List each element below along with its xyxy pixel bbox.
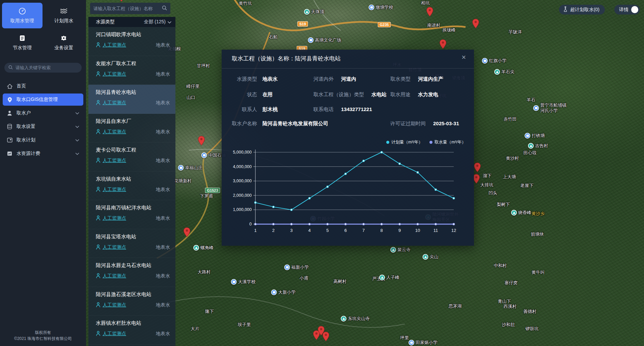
map-pin-icon[interactable] <box>118 0 125 2</box>
map-poi-label[interactable]: 福新小学 <box>284 265 309 270</box>
station-list-item[interactable]: 河口镇唱歌潭水电站人工监测点地表水 <box>88 27 175 56</box>
detail-field: 水源类型地表水 <box>222 76 278 82</box>
poi-marker-icon[interactable] <box>511 210 517 216</box>
close-icon[interactable]: × <box>461 54 466 61</box>
poi-marker-icon[interactable] <box>201 153 207 158</box>
map-label-text: 羊石 <box>527 97 535 103</box>
sidebar-item-4[interactable]: 取水设置 <box>3 121 83 133</box>
station-list-item[interactable]: 水唇镇水栏肚水电站人工监测点地表水 <box>88 316 175 345</box>
sidebar-item-6[interactable]: 水资源计费 <box>3 148 83 160</box>
station-list-item[interactable]: 陆河县青砼水电站人工监测点地表水 <box>88 85 175 114</box>
manual-monitor-link[interactable]: 人工监测点 <box>96 244 126 250</box>
map-poi-label[interactable]: 吉告村 <box>528 143 548 149</box>
water-type-label: 地表水 <box>156 158 170 164</box>
manual-monitor-link[interactable]: 人工监测点 <box>96 42 126 48</box>
map-poi-label[interactable]: 尖山 <box>423 254 439 260</box>
map-poi-label[interactable]: 羊石尖 <box>494 69 514 75</box>
station-list-item[interactable]: 友能水厂取水工程人工监测点地表水 <box>88 56 175 85</box>
map-pin-icon[interactable] <box>472 19 479 29</box>
sidebar-search-input[interactable] <box>16 65 78 70</box>
map-pin-icon[interactable] <box>198 136 205 146</box>
manual-monitor-link[interactable]: 人工监测点 <box>96 187 126 193</box>
manual-monitor-link[interactable]: 人工监测点 <box>96 100 126 106</box>
station-search-input[interactable] <box>93 6 162 11</box>
station-panel: 水源类型 全部 (125) 河口镇唱歌潭水电站人工监测点地表水友能水厂取水工程人… <box>88 17 175 346</box>
poi-marker-icon[interactable] <box>390 247 396 253</box>
detail-field: 河道内外河道内 <box>313 76 356 82</box>
map-pin-icon[interactable] <box>426 7 433 17</box>
manual-monitor-link[interactable]: 人工监测点 <box>96 129 126 135</box>
station-list-item[interactable]: 陆河县水唇走马石水电站人工监测点地表水 <box>88 258 175 287</box>
sidebar-item-3[interactable]: 取水户 <box>3 107 83 119</box>
map-poi-label[interactable]: 普宁市船埔镇 河氏小学 <box>533 103 567 114</box>
poi-marker-icon[interactable] <box>379 275 385 281</box>
poi-marker-icon[interactable] <box>525 133 530 139</box>
poi-marker-icon[interactable] <box>271 290 277 295</box>
manual-monitor-link[interactable]: 人工监测点 <box>96 71 126 77</box>
map-poi-label[interactable]: 东坑尖山寺 <box>341 316 370 322</box>
poi-marker-icon[interactable] <box>423 254 428 260</box>
map-pin-icon[interactable] <box>322 331 330 342</box>
poi-marker-icon[interactable] <box>482 58 488 64</box>
sidebar-item-1[interactable]: 首页 <box>3 80 83 92</box>
poi-marker-icon[interactable] <box>369 5 374 10</box>
poi-marker-icon[interactable] <box>409 340 414 346</box>
poi-marker-icon[interactable] <box>304 9 310 15</box>
water-type-label: 地表水 <box>156 273 170 279</box>
poi-marker-icon[interactable] <box>178 165 184 171</box>
map-pin-icon[interactable] <box>474 162 481 172</box>
map-poi-label[interactable]: 墩塘学校 <box>369 5 393 10</box>
module-button-1[interactable]: 取用水管理 <box>2 3 43 28</box>
manual-monitor-link[interactable]: 人工监测点 <box>96 158 126 164</box>
detail-field: 取水用途水力发电 <box>390 91 438 98</box>
map-poi-label[interactable]: 人子峰 <box>379 275 399 281</box>
map-poi-label[interactable]: 打铁塘 <box>525 133 545 139</box>
poi-marker-icon[interactable] <box>528 143 534 149</box>
map-poi-label[interactable]: 烧香峰 <box>511 210 531 216</box>
map-pin-icon[interactable] <box>439 39 447 49</box>
module-button-2[interactable]: 计划用水 <box>44 3 84 28</box>
manual-monitor-link[interactable]: 人工监测点 <box>96 215 126 221</box>
map-poi-label[interactable]: 大溪学校 <box>231 279 256 285</box>
station-list-item[interactable]: 陆河县南万镇杞洋水电站人工监测点地表水 <box>88 200 175 229</box>
search-icon[interactable] <box>162 5 167 12</box>
station-search[interactable] <box>90 3 170 14</box>
map-poi-label[interactable]: 高塘文化广场 <box>308 37 341 43</box>
sidebar-search[interactable] <box>4 63 82 73</box>
sidebar-item-5[interactable]: 取水计划 <box>3 134 83 146</box>
station-list-item[interactable]: 麦卡公司取水工程人工监测点地表水 <box>88 142 175 171</box>
map-poi-label[interactable]: 天珠顶 <box>304 9 324 15</box>
poi-marker-icon[interactable] <box>308 37 314 43</box>
manual-monitor-link[interactable]: 人工监测点 <box>96 302 126 308</box>
poi-marker-icon[interactable] <box>494 69 500 75</box>
poi-marker-icon[interactable] <box>533 105 539 111</box>
legend-item[interactable]: 取水量（m³/年） <box>429 139 466 145</box>
poi-marker-icon[interactable] <box>231 279 237 285</box>
legend-item[interactable]: 计划量（m³/年） <box>386 139 423 145</box>
module-button-3[interactable]: 节水管理 <box>2 30 43 55</box>
map-poi-label[interactable]: 幸福山庄 <box>178 165 203 171</box>
water-source-filter[interactable]: 水源类型 全部 (125) <box>88 17 175 27</box>
over-plan-button[interactable]: 超计划取水(0) <box>559 5 605 15</box>
map-poi-label[interactable]: 聚云寺 <box>390 247 411 253</box>
map-poi-label[interactable]: 红旗小学 <box>482 58 507 64</box>
manual-monitor-link[interactable]: 人工监测点 <box>96 331 126 337</box>
station-list-item[interactable]: 陆河县激石溪老区水电站人工监测点地表水 <box>88 287 175 316</box>
manual-monitor-link[interactable]: 人工监测点 <box>96 273 126 279</box>
sidebar-item-2[interactable]: 取水口GIS信息管理 <box>3 94 83 106</box>
module-button-4[interactable]: 业务设置 <box>44 30 84 55</box>
station-list-item[interactable]: 陆河县自来水厂人工监测点地表水 <box>88 114 175 143</box>
map-pin-icon[interactable] <box>183 227 191 237</box>
map-label-text: 坝子里 <box>238 322 251 327</box>
station-list-item[interactable]: 陆河县宝塔水电站人工监测点地表水 <box>88 229 175 258</box>
poi-marker-icon[interactable] <box>284 265 290 270</box>
poi-marker-icon[interactable] <box>341 316 346 322</box>
map-poi-label[interactable]: 螺角峰 <box>193 245 214 251</box>
map-poi-label[interactable]: 大新小学 <box>271 290 296 295</box>
map-poi-label[interactable]: 田家炳小学 <box>409 340 438 346</box>
map-label-text: 红旗小学 <box>489 58 507 63</box>
station-list-item[interactable]: 东坑镇自来水站人工监测点地表水 <box>88 171 175 201</box>
detail-toggle[interactable]: 详情 <box>614 5 640 15</box>
waves-icon <box>60 7 68 15</box>
poi-marker-icon[interactable] <box>193 245 199 251</box>
